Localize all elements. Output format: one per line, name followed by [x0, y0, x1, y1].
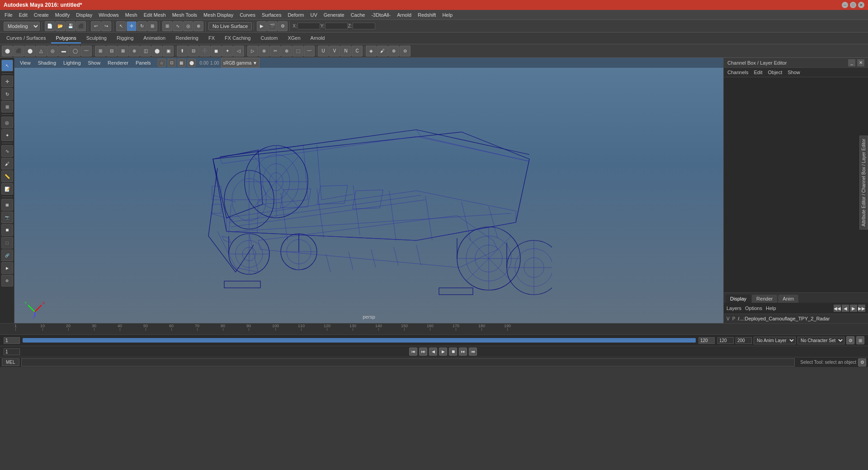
- maximize-button[interactable]: □: [850, 2, 856, 8]
- layer-visibility[interactable]: V: [726, 316, 730, 321]
- play-back-btn[interactable]: ◀: [429, 348, 437, 356]
- menu-arnold[interactable]: Arnold: [394, 11, 414, 19]
- helix-icon-btn[interactable]: 〰: [81, 46, 92, 56]
- goto-start-btn[interactable]: ⏮: [409, 348, 417, 356]
- workspace-dropdown[interactable]: Modeling: [4, 22, 40, 31]
- menu-curves[interactable]: Curves: [237, 11, 258, 19]
- channel-box-minimize-btn[interactable]: _: [848, 59, 855, 66]
- menu-generate[interactable]: Generate: [321, 11, 347, 19]
- show-manip-btn[interactable]: ✦: [1, 129, 13, 141]
- viewport-lighting-menu[interactable]: Lighting: [61, 59, 84, 66]
- rotate-btn[interactable]: ↻: [137, 21, 147, 31]
- tab-curves-surfaces[interactable]: Curves / Surfaces: [2, 33, 50, 43]
- render-setup-btn[interactable]: ⚙: [1, 275, 13, 287]
- save-as-btn[interactable]: ⬛: [76, 21, 86, 31]
- channel-box-close-btn[interactable]: ✕: [857, 59, 864, 66]
- snap-point-btn[interactable]: ◎: [183, 21, 193, 31]
- grid-display-btn[interactable]: ▦: [1, 199, 13, 211]
- menu-deform[interactable]: Deform: [285, 11, 307, 19]
- layer-name[interactable]: /...:Deployed_Camouflage_TPY_2_Radar: [738, 316, 865, 321]
- lasso-btn[interactable]: ∿: [1, 145, 13, 157]
- render-btn[interactable]: ▶: [257, 21, 267, 31]
- layers-menu-options[interactable]: Options: [745, 306, 762, 311]
- tab-render[interactable]: Render: [752, 295, 777, 303]
- redo-btn[interactable]: ↪: [101, 21, 111, 31]
- tab-xgen[interactable]: XGen: [283, 33, 305, 43]
- channel-menu-channels[interactable]: Channels: [727, 70, 748, 75]
- separate-icon-btn[interactable]: ⊟: [106, 46, 117, 56]
- viewport-shading-menu[interactable]: Shading: [35, 59, 59, 66]
- append-icon-btn[interactable]: ➕: [199, 46, 210, 56]
- viewport-renderer-menu[interactable]: Renderer: [105, 59, 131, 66]
- snap-grid-btn[interactable]: ⊞: [162, 21, 172, 31]
- annotation-btn[interactable]: 📝: [1, 183, 13, 195]
- tab-polygons[interactable]: Polygons: [51, 33, 80, 43]
- viewport-show-menu[interactable]: Show: [85, 59, 104, 66]
- paint-select-icon-btn[interactable]: 🖌: [377, 46, 388, 56]
- scale-btn[interactable]: ⊞: [147, 21, 157, 31]
- viewport-panels-menu[interactable]: Panels: [133, 59, 154, 66]
- save-btn[interactable]: 💾: [66, 21, 75, 31]
- cube-icon-btn[interactable]: ⬛: [13, 46, 24, 56]
- attribute-editor-tab[interactable]: Attribute Editor / Channel Box / Layer E…: [859, 136, 868, 230]
- goto-end-btn[interactable]: ⏮: [469, 348, 477, 356]
- select-tool-btn[interactable]: ↖: [1, 60, 13, 71]
- color-icon-btn[interactable]: C: [352, 46, 363, 56]
- extract-icon-btn[interactable]: ⊠: [118, 46, 128, 56]
- paint-btn[interactable]: 🖌: [1, 158, 13, 169]
- rotate-tool-btn[interactable]: ↻: [1, 88, 13, 100]
- channel-menu-edit[interactable]: Edit: [754, 70, 762, 75]
- timeline-extra-btn[interactable]: ⊞: [856, 336, 864, 344]
- layers-step-prev-btn[interactable]: ◀: [842, 305, 849, 312]
- snap-btn[interactable]: 🔲: [1, 224, 13, 236]
- grow-icon-btn[interactable]: ⊕: [388, 46, 399, 56]
- layer-playback[interactable]: P: [732, 316, 736, 321]
- step-fwd-btn[interactable]: ⏭: [459, 348, 467, 356]
- tab-fx-caching[interactable]: FX Caching: [220, 33, 255, 43]
- wedge-icon-btn[interactable]: ◁: [233, 46, 244, 56]
- ipr-btn[interactable]: 🎬: [267, 21, 277, 31]
- no-live-surface-button[interactable]: No Live Surface: [208, 22, 252, 30]
- tab-display[interactable]: Display: [726, 295, 751, 303]
- tab-animation[interactable]: Animation: [139, 33, 170, 43]
- cone-icon-btn[interactable]: △: [36, 46, 47, 56]
- cylinder-icon-btn[interactable]: ⬤: [24, 46, 35, 56]
- status-extra-btn[interactable]: ⚙: [858, 358, 866, 367]
- menu-redshift[interactable]: Redshift: [415, 11, 439, 19]
- torus-icon-btn[interactable]: ◎: [47, 46, 58, 56]
- open-btn[interactable]: 📂: [55, 21, 65, 31]
- menu-cache[interactable]: Cache: [348, 11, 368, 19]
- sphere-icon-btn[interactable]: ⬤: [2, 46, 13, 56]
- channel-menu-show[interactable]: Show: [788, 70, 800, 75]
- no-char-set-select[interactable]: No Character Set: [797, 337, 844, 344]
- anim-btn[interactable]: ▶: [1, 262, 13, 274]
- timeline-120-input[interactable]: [717, 337, 734, 344]
- menu-surfaces[interactable]: Surfaces: [259, 11, 284, 19]
- mel-tab-btn[interactable]: MEL: [2, 358, 19, 366]
- menu-edit-mesh[interactable]: Edit Mesh: [141, 11, 169, 19]
- disk-icon-btn[interactable]: ◯: [70, 46, 80, 56]
- deformer-btn[interactable]: ⬚: [1, 237, 13, 249]
- offset-icon-btn[interactable]: ⬚: [292, 46, 303, 56]
- tab-arnold[interactable]: Arnold: [306, 33, 330, 43]
- new-btn[interactable]: 📄: [45, 21, 55, 31]
- tab-sculpting[interactable]: Sculpting: [82, 33, 111, 43]
- insert-icon-btn[interactable]: ⊕: [281, 46, 292, 56]
- tab-rendering[interactable]: Rendering: [171, 33, 203, 43]
- timeline-200-input[interactable]: [736, 337, 752, 344]
- tab-rigging[interactable]: Rigging: [112, 33, 138, 43]
- bridge-icon-btn[interactable]: ⊟: [188, 46, 199, 56]
- constraint-btn[interactable]: 🔗: [1, 249, 13, 261]
- range-end-input[interactable]: [698, 337, 715, 344]
- current-frame-input[interactable]: [4, 348, 20, 355]
- no-anim-layer-select[interactable]: No Anim Layer: [754, 337, 796, 344]
- close-button[interactable]: ✕: [858, 2, 864, 8]
- menu-mesh[interactable]: Mesh: [123, 11, 140, 19]
- move-btn[interactable]: ✛: [127, 21, 137, 31]
- vp-smooth-btn[interactable]: ⬤: [188, 59, 196, 67]
- z-input[interactable]: [353, 23, 375, 29]
- edge-loop-icon-btn[interactable]: ▷: [247, 46, 258, 56]
- normal-icon-btn[interactable]: N: [340, 46, 351, 56]
- menu-display[interactable]: Display: [73, 11, 95, 19]
- tab-custom[interactable]: Custom: [256, 33, 283, 43]
